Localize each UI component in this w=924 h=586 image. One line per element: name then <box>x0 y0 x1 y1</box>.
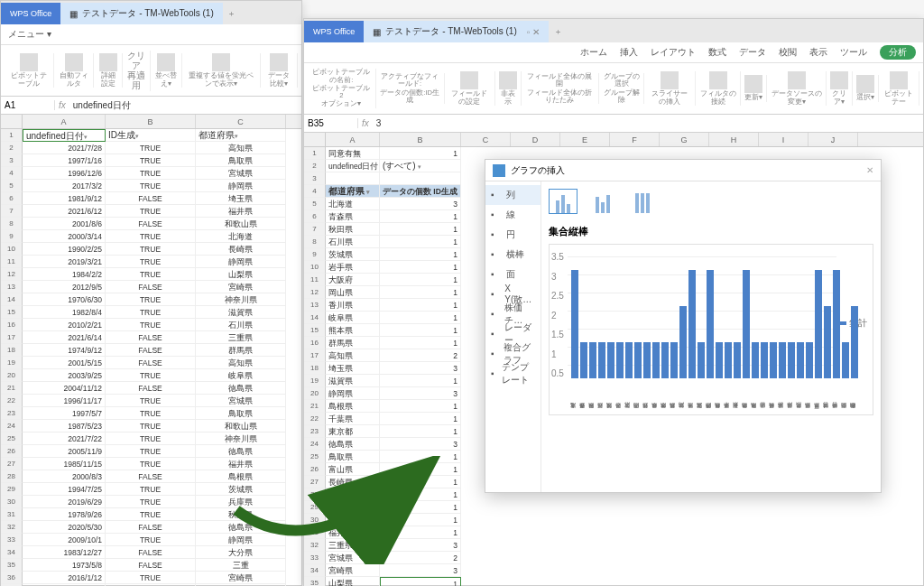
cell[interactable]: 2004/11/12 <box>23 382 106 395</box>
cell[interactable]: FALSE <box>106 331 196 344</box>
col-C-1[interactable]: C <box>196 115 286 128</box>
cell[interactable]: 鳥取県 <box>196 154 286 167</box>
select-all-1[interactable] <box>1 115 23 128</box>
cell[interactable]: TRUE <box>106 293 196 306</box>
cell[interactable]: TRUE <box>106 572 196 584</box>
row-num[interactable]: 9 <box>304 248 326 261</box>
cell[interactable]: 岐阜県 <box>326 312 380 324</box>
row-num[interactable]: 35 <box>304 577 326 586</box>
cell[interactable]: 高知県 <box>326 349 380 362</box>
cell[interactable]: 2000/3/14 <box>23 230 106 243</box>
cell[interactable]: 1984/2/2 <box>23 268 106 281</box>
cell[interactable]: 2000/8/3 <box>23 470 106 483</box>
cell[interactable]: 岩手県 <box>326 261 380 274</box>
cell[interactable]: 2001/8/6 <box>23 218 106 230</box>
row-num[interactable]: 26 <box>1 445 23 458</box>
cell[interactable]: 徳島県 <box>196 521 286 534</box>
row-num[interactable]: 27 <box>304 476 326 488</box>
cell[interactable]: 2019/3/21 <box>23 256 106 268</box>
row-num[interactable]: 24 <box>1 420 23 433</box>
chart-cat-9[interactable]: ▪テンプレート <box>485 364 541 384</box>
cell[interactable]: 1 <box>380 425 461 438</box>
cell[interactable]: 大阪府 <box>326 274 380 286</box>
select-all-2[interactable] <box>304 133 326 146</box>
cell[interactable]: 1990/2/25 <box>23 243 106 256</box>
row-num[interactable]: 30 <box>304 514 326 526</box>
row-num[interactable]: 32 <box>1 521 23 534</box>
row-num[interactable]: 17 <box>304 349 326 362</box>
cell[interactable]: 千葉県 <box>326 413 380 425</box>
cell[interactable]: 福井県 <box>196 458 286 470</box>
cell[interactable]: 富山県 <box>326 463 380 476</box>
cell[interactable]: 1 <box>380 274 461 286</box>
cell[interactable]: TRUE <box>106 306 196 319</box>
cell[interactable]: TRUE <box>106 496 196 508</box>
cell[interactable]: 静岡県 <box>196 180 286 192</box>
cell[interactable]: FALSE <box>106 344 196 357</box>
menu-analysis[interactable]: 分析 <box>880 45 916 60</box>
cell[interactable]: 徳島県 <box>196 382 286 395</box>
row-num[interactable]: 16 <box>304 337 326 349</box>
cell[interactable]: 1983/12/27 <box>23 546 106 559</box>
row-num[interactable]: 22 <box>1 395 23 407</box>
row-num[interactable]: 24 <box>304 438 326 451</box>
cell[interactable]: 山梨県 <box>196 268 286 281</box>
row-num[interactable]: 19 <box>1 357 23 369</box>
row-num[interactable]: 18 <box>304 362 326 375</box>
cell[interactable]: 1 <box>380 261 461 274</box>
cell[interactable]: 1996/12/6 <box>23 167 106 180</box>
cell[interactable]: TRUE <box>106 243 196 256</box>
row-num[interactable]: 11 <box>1 256 23 268</box>
cell[interactable]: 広島県 <box>326 514 380 526</box>
cell[interactable]: 1 <box>380 400 461 413</box>
cell[interactable]: 秋田県 <box>196 508 286 521</box>
move-pivot-btn[interactable]: ピボットテー <box>879 71 919 106</box>
row-num[interactable]: 33 <box>1 534 23 546</box>
cell[interactable]: 2010/2/21 <box>23 319 106 331</box>
cell[interactable]: 1 <box>380 413 461 425</box>
row-num[interactable]: 33 <box>304 552 326 564</box>
cell[interactable]: 3 <box>380 564 461 577</box>
cell[interactable]: 滋賀県 <box>326 375 380 387</box>
col-A-1[interactable]: A <box>23 115 106 128</box>
row-num[interactable]: 20 <box>1 369 23 382</box>
cell[interactable]: 2021/6/12 <box>23 205 106 218</box>
row-num[interactable]: 17 <box>1 331 23 344</box>
row-num[interactable]: 26 <box>304 463 326 476</box>
pivot-btn[interactable]: ピボットテーブル <box>5 53 54 88</box>
chart-cat-1[interactable]: ▪線 <box>485 205 541 225</box>
select-btn[interactable]: 選択▾ <box>853 75 879 101</box>
cell[interactable]: 高知県 <box>196 142 286 154</box>
cell[interactable]: 岐阜県 <box>196 369 286 382</box>
cell[interactable]: 福井県 <box>196 205 286 218</box>
cell[interactable]: 1 <box>380 299 461 312</box>
cell[interactable]: 1970/6/30 <box>23 293 106 306</box>
cell-B1-2[interactable]: 1 <box>380 147 461 160</box>
cell[interactable]: TRUE <box>106 534 196 546</box>
formula-val-1[interactable]: undefined日付 <box>69 99 134 112</box>
row-num[interactable]: 25 <box>1 433 23 445</box>
cell[interactable]: 石川県 <box>326 236 380 248</box>
cell[interactable]: TRUE <box>106 369 196 382</box>
cell[interactable]: 島根県 <box>326 400 380 413</box>
menu-home[interactable]: ホーム <box>580 46 607 59</box>
row-num[interactable]: 34 <box>304 564 326 577</box>
cell[interactable]: 群馬県 <box>326 337 380 349</box>
row-num[interactable]: 15 <box>304 324 326 337</box>
cell[interactable]: 三重 <box>196 559 286 572</box>
cell[interactable]: 埼玉県 <box>326 362 380 375</box>
cell[interactable]: 1 <box>380 248 461 261</box>
cell[interactable]: FALSE <box>106 218 196 230</box>
cell[interactable]: TRUE <box>106 142 196 154</box>
menu-layout[interactable]: レイアウト <box>651 46 696 59</box>
cell[interactable]: 3 <box>380 387 461 400</box>
cell[interactable]: 2020/5/30 <box>23 521 106 534</box>
cell[interactable]: 3 <box>380 438 461 451</box>
cell[interactable]: 1974/9/12 <box>23 344 106 357</box>
cell[interactable]: 1985/11/15 <box>23 458 106 470</box>
row-num[interactable]: 35 <box>1 559 23 572</box>
app-tab[interactable]: WPS Office <box>1 3 60 24</box>
cell[interactable]: 香川県 <box>326 299 380 312</box>
cell-B2-2[interactable]: (すべて) ▾ <box>380 160 461 172</box>
cell[interactable]: 静岡県 <box>326 387 380 400</box>
